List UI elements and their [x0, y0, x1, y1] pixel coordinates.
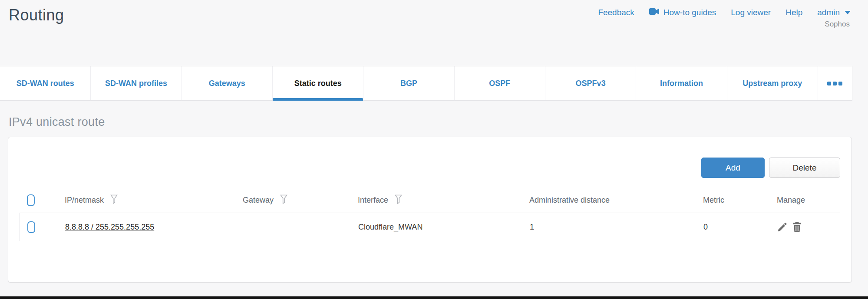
ipv4-unicast-route-card: Add Delete IP/netmask Gateway Interface …	[8, 137, 852, 283]
column-header-ip-netmask: IP/netmask	[65, 196, 104, 205]
tab-ospf[interactable]: OSPF	[455, 66, 545, 100]
tab-ospfv3[interactable]: OSPFv3	[545, 66, 636, 100]
edit-route-button[interactable]	[777, 222, 787, 232]
window-bottom-edge	[0, 296, 868, 299]
tab-sd-wan-profiles[interactable]: SD-WAN profiles	[91, 66, 182, 100]
more-tabs-button[interactable]	[818, 66, 852, 100]
log-viewer-link[interactable]: Log viewer	[731, 8, 771, 17]
table-header: IP/netmask Gateway Interface Administrat…	[20, 187, 840, 213]
tab-bgp[interactable]: BGP	[363, 66, 454, 100]
filter-icon[interactable]	[280, 194, 287, 206]
row-checkbox[interactable]	[27, 221, 35, 233]
how-to-guides-link[interactable]: How-to guides	[649, 8, 716, 17]
top-nav: Feedback How-to guides Log viewer Help a…	[598, 4, 851, 29]
column-header-administrative-distance: Administrative distance	[529, 196, 610, 205]
route-metric-value: 0	[703, 223, 708, 232]
add-button[interactable]: Add	[701, 158, 765, 178]
column-header-manage: Manage	[777, 196, 805, 205]
org-label: Sophos	[598, 20, 850, 29]
admin-menu[interactable]: admin	[817, 8, 851, 17]
how-to-guides-label: How-to guides	[663, 8, 716, 17]
table-row: 8.8.8.8 / 255.255.255.255 Cloudflare_MWA…	[20, 213, 840, 241]
route-ip-netmask-link[interactable]: 8.8.8.8 / 255.255.255.255	[65, 223, 154, 232]
column-header-metric: Metric	[703, 196, 724, 205]
feedback-link[interactable]: Feedback	[598, 8, 634, 17]
help-link[interactable]: Help	[785, 8, 802, 17]
delete-route-button[interactable]	[792, 222, 802, 232]
route-administrative-distance-value: 1	[530, 223, 534, 232]
delete-button[interactable]: Delete	[769, 158, 840, 178]
filter-icon[interactable]	[395, 194, 402, 206]
caret-down-icon	[845, 11, 851, 14]
select-all-checkbox[interactable]	[27, 194, 35, 206]
page-title: Routing	[9, 4, 64, 24]
filter-icon[interactable]	[110, 194, 118, 206]
active-tab-underline	[273, 98, 363, 101]
tab-information[interactable]: Information	[636, 66, 727, 100]
tab-static-routes[interactable]: Static routes	[273, 66, 363, 100]
page-header: Routing Feedback How-to guides Log viewe…	[0, 0, 868, 66]
tab-bar: SD-WAN routes SD-WAN profiles Gateways S…	[0, 66, 852, 101]
ellipsis-icon	[827, 82, 831, 85]
video-camera-icon	[649, 8, 660, 17]
tab-upstream-proxy[interactable]: Upstream proxy	[727, 66, 818, 100]
column-header-gateway: Gateway	[243, 196, 274, 205]
pencil-icon	[777, 222, 787, 232]
table-toolbar: Add Delete	[20, 158, 840, 178]
tab-gateways[interactable]: Gateways	[182, 66, 273, 100]
admin-menu-label: admin	[817, 8, 840, 17]
column-header-interface: Interface	[358, 196, 388, 205]
tab-sd-wan-routes[interactable]: SD-WAN routes	[0, 66, 91, 100]
route-interface-value: Cloudflare_MWAN	[358, 223, 422, 232]
tab-static-routes-label: Static routes	[294, 79, 342, 88]
section-title: IPv4 unicast route	[9, 115, 868, 129]
trash-icon	[792, 222, 802, 232]
